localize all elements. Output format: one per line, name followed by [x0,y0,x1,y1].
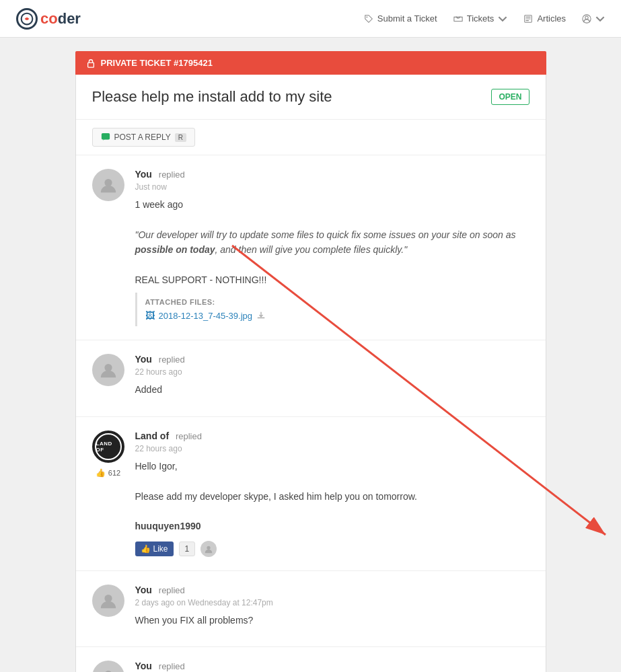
svg-point-9 [207,546,211,549]
avatar-landof: LAND OF [92,431,124,463]
download-icon[interactable] [256,311,266,320]
ticket-header: Please help me install add to my site OP… [76,75,546,120]
reply-username: You [135,585,152,595]
user-icon [99,361,118,379]
reply-time: 22 hours ago [135,367,529,377]
tickets-nav[interactable]: Tickets [453,13,508,24]
svg-rect-6 [101,133,109,140]
logo[interactable]: coder [16,8,81,30]
open-badge: OPEN [491,89,529,105]
reply-meta: You replied [135,169,529,180]
fb-like-button[interactable]: 👍 Like [135,542,174,556]
likes-count: 612 [108,469,120,477]
chevron-down-user-icon [595,14,605,24]
replies-container: You replied Just now 1 week ago "Our dev… [76,155,546,672]
reply-meta: You replied [135,661,529,671]
ticket-icon [453,14,463,24]
chevron-down-icon [498,14,507,24]
fb-like-row: 👍 Like 1 [135,541,529,557]
fb-thumb-icon: 👍 [141,544,151,554]
reply-content: Land of replied 22 hours ago Hello Igor,… [135,431,529,557]
avatar [92,354,124,386]
reply-action: replied [159,661,185,671]
private-banner: PRIVATE TICKET #1795421 [75,51,546,75]
reply-meta: You replied [135,354,529,365]
reply-username: You [135,354,152,365]
reply-action: replied [159,354,185,365]
reply-entry: You replied 2 days ago on Wednesday at 1… [76,571,546,647]
reply-action: replied [159,585,185,595]
reply-content: You replied 2 days ago on Wednesday at 1… [135,585,529,633]
logo-co: co [40,10,58,28]
header-nav: Submit a Ticket Tickets Articles [364,13,605,24]
tag-icon [364,14,373,24]
fb-like-count: 1 [179,542,196,556]
fb-user-avatar [200,541,217,557]
reply-entry: You replied 22 hours ago Added [76,340,546,416]
reply-time: 22 hours ago [135,444,529,453]
svg-point-1 [366,16,367,17]
svg-point-7 [104,179,112,186]
post-reply-bar: POST A REPLY R [76,120,546,155]
logo-der: der [58,10,81,28]
reply-time: 2 days ago on Wednesday at 12:47pm [135,598,529,607]
main-content: PRIVATE TICKET #1795421 Please help me i… [75,38,546,672]
reply-username: You [135,661,152,671]
reply-text: When you FIX all problems? [135,613,529,628]
attached-label: ATTACHED FILES: [145,298,521,306]
avatar [92,169,124,201]
submit-ticket-nav[interactable]: Submit a Ticket [364,13,437,24]
post-reply-button[interactable]: POST A REPLY R [92,128,196,147]
chat-icon [101,133,110,142]
svg-point-4 [585,16,588,19]
avatar [92,661,124,672]
file-name[interactable]: 2018-12-13_7-45-39.jpg [159,311,253,321]
reply-username: You [135,169,152,180]
avatar [92,585,124,617]
reply-text: Added [135,382,529,397]
thumbs-up-icon: 👍 [96,468,106,478]
reply-action: replied [159,170,185,180]
landof-inner-circle: LAND OF [95,433,122,460]
image-icon: 🖼 [145,310,155,321]
ticket-title: Please help me install add to my site [92,88,332,106]
svg-point-10 [104,595,112,602]
reply-entry: You replied 2 days ago on Wednesday at 1… [76,647,546,672]
fb-avatar-icon [204,544,213,554]
user-icon [99,591,118,610]
reply-text: Hello Igor, Please add my developer skyp… [135,459,529,534]
articles-nav[interactable]: Articles [523,13,566,24]
ticket-card: Please help me install add to my site OP… [75,75,546,672]
likes-badge: 👍 612 [96,468,120,478]
user-nav[interactable] [582,14,605,24]
header: coder Submit a Ticket Tickets [0,0,621,38]
reply-content: You replied 22 hours ago Added [135,354,529,402]
reply-content: You replied 2 days ago on Wednesday at 1… [135,661,529,672]
reply-username: Land of [135,431,170,441]
reply-meta: Land of replied [135,431,529,441]
user-icon [99,667,118,672]
reply-action: replied [176,431,202,441]
reply-meta: You replied [135,585,529,595]
reply-text: 1 week ago "Our developer will try to up… [135,197,529,287]
articles-icon [523,14,533,24]
user-icon [99,176,118,194]
user-avatar-icon [582,14,591,24]
reply-entry: LAND OF 👍 612 Land of replied 22 hours a… [76,417,546,571]
svg-rect-5 [87,63,94,67]
lock-icon [86,59,96,68]
reply-key: R [175,133,186,142]
reply-entry: You replied Just now 1 week ago "Our dev… [76,155,546,340]
attached-files: ATTACHED FILES: 🖼 2018-12-13_7-45-39.jpg [135,293,529,326]
logo-circle [16,8,38,30]
reply-time: Just now [135,182,529,192]
reply-content: You replied Just now 1 week ago "Our dev… [135,169,529,326]
file-link[interactable]: 🖼 2018-12-13_7-45-39.jpg [145,310,521,321]
fb-like-label: Like [153,544,168,554]
svg-point-8 [104,364,112,371]
